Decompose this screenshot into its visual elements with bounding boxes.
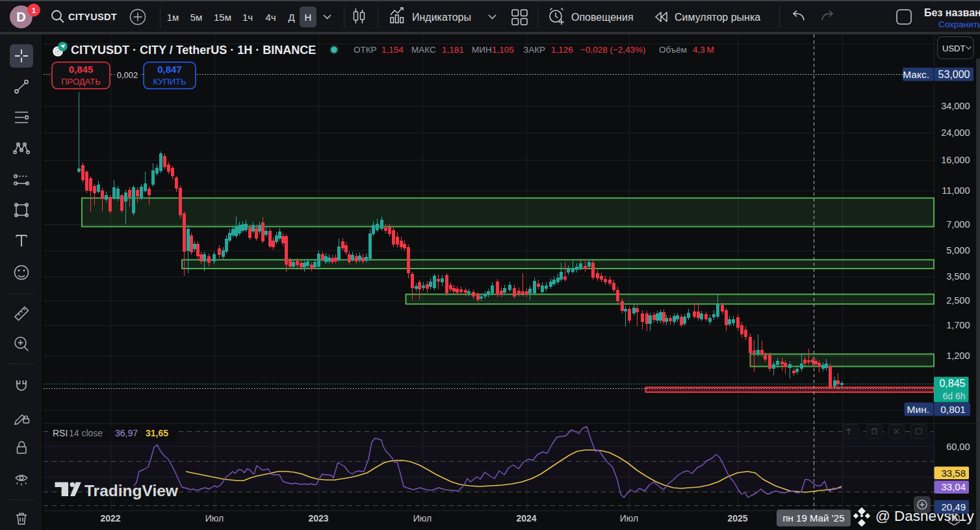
svg-text:31,65: 31,65	[146, 428, 168, 438]
svg-text:1,105: 1,105	[492, 45, 514, 55]
svg-text:11,000: 11,000	[942, 185, 970, 196]
svg-text:1,700: 1,700	[946, 320, 970, 330]
svg-text:КУПИТЬ: КУПИТЬ	[153, 77, 186, 86]
svg-text:33,58: 33,58	[941, 468, 966, 479]
svg-text:Индикаторы: Индикаторы	[412, 12, 471, 23]
svg-text:пн 19 Май ’25: пн 19 Май ’25	[783, 512, 845, 523]
svg-text:1: 1	[32, 7, 36, 14]
svg-text:1,126: 1,126	[551, 45, 573, 55]
svg-text:Мин.: Мин.	[907, 404, 929, 415]
svg-text:CITYUSDT · CITY / TetherUS · 1: CITYUSDT · CITY / TetherUS · 1Н · BINANC…	[71, 44, 316, 57]
svg-text:2024: 2024	[516, 513, 536, 523]
svg-text:МАКС: МАКС	[411, 45, 436, 55]
svg-text:МИН: МИН	[472, 45, 492, 55]
svg-text:Н: Н	[305, 12, 312, 23]
svg-text:TradingView: TradingView	[84, 482, 179, 499]
svg-text:Макс.: Макс.	[903, 69, 929, 80]
svg-text:15м: 15м	[214, 12, 231, 23]
svg-text:−0,028 (−2,43%): −0,028 (−2,43%)	[580, 45, 646, 55]
svg-text:0,801: 0,801	[940, 404, 966, 415]
svg-text:1ч: 1ч	[242, 12, 253, 23]
svg-text:20,49: 20,49	[941, 501, 966, 512]
svg-text:1,181: 1,181	[442, 45, 464, 55]
svg-text:Сохранить: Сохранить	[938, 20, 980, 29]
svg-text:2022: 2022	[100, 513, 120, 523]
svg-text:0,847: 0,847	[157, 64, 182, 75]
svg-text:1,200: 1,200	[946, 351, 970, 361]
svg-text:2023: 2023	[308, 513, 328, 523]
svg-text:0,845: 0,845	[69, 64, 94, 75]
svg-text:2,500: 2,500	[946, 295, 970, 306]
svg-text:ПРОДАТЬ: ПРОДАТЬ	[61, 77, 101, 86]
svg-text:CITYUSDT: CITYUSDT	[68, 12, 117, 22]
svg-text:Без назван: Без назван	[924, 7, 980, 18]
svg-text:Оповещения: Оповещения	[571, 12, 634, 23]
svg-text:24,000: 24,000	[941, 127, 970, 138]
svg-text:Д: Д	[288, 12, 294, 23]
svg-text:16,000: 16,000	[941, 155, 970, 165]
svg-text:Июл: Июл	[413, 513, 432, 523]
svg-text:Объём: Объём	[659, 45, 687, 55]
svg-text:RSI: RSI	[53, 428, 68, 438]
svg-text:1м: 1м	[167, 12, 179, 23]
svg-text:Июл: Июл	[205, 513, 224, 523]
svg-text:0,002: 0,002	[117, 70, 138, 80]
svg-text:7,000: 7,000	[946, 219, 970, 230]
svg-text:Симулятор рынка: Симулятор рынка	[675, 12, 760, 23]
svg-text:1,154: 1,154	[381, 45, 404, 55]
svg-text:6d 6h: 6d 6h	[942, 391, 965, 401]
svg-text:33,04: 33,04	[941, 481, 966, 492]
svg-text:14 close: 14 close	[69, 428, 103, 438]
svg-text:ОТКР: ОТКР	[354, 45, 377, 55]
svg-text:USDT: USDT	[942, 44, 965, 53]
svg-text:36,97: 36,97	[115, 428, 138, 438]
svg-text:60,00: 60,00	[946, 442, 970, 452]
svg-text:5м: 5м	[190, 12, 203, 23]
svg-text:4,3 М: 4,3 М	[693, 45, 714, 55]
svg-text:0,845: 0,845	[939, 378, 965, 389]
svg-text:4ч: 4ч	[265, 12, 276, 23]
svg-text:34,000: 34,000	[941, 101, 970, 111]
svg-text:3,500: 3,500	[946, 271, 970, 282]
svg-text:2025: 2025	[727, 513, 747, 523]
svg-text:ЗАКР: ЗАКР	[523, 45, 545, 55]
svg-text:5,000: 5,000	[946, 245, 970, 256]
svg-text:D: D	[16, 10, 25, 24]
svg-text:Июл: Июл	[620, 513, 638, 523]
svg-text:53,000: 53,000	[938, 69, 970, 80]
